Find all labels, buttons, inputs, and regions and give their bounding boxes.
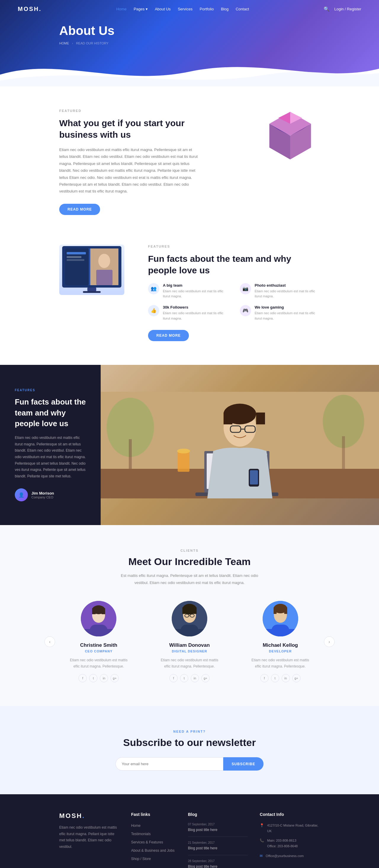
svg-rect-35 (250, 470, 258, 485)
social-in-2[interactable]: in (191, 674, 199, 682)
author-details: Jim Morison Company CEO (31, 491, 54, 499)
nav-services[interactable]: Services (178, 7, 192, 11)
footer-link-home[interactable]: Home (131, 824, 140, 828)
newsletter-email-input[interactable] (116, 757, 223, 771)
footer: MOSH. Etiam nec odio vestibulum est matt… (0, 794, 379, 868)
svg-rect-52 (182, 608, 186, 614)
author-avatar: 👤 (15, 488, 28, 501)
polygon-shape (263, 109, 317, 162)
social-in-1[interactable]: in (100, 674, 108, 682)
svg-rect-43 (81, 629, 116, 637)
feature-tag-2: FEATURES (148, 245, 320, 248)
footer-links-col: Fast links Home Testimonials Services & … (131, 812, 176, 868)
team-bio-3: Etiam nec odio vestibulum est mattis efl… (251, 657, 310, 669)
feature-title-2: Fun facts about the team and why people … (148, 253, 320, 276)
team-name-1: Christine Smith (59, 642, 138, 648)
newsletter-subscribe-button[interactable]: SUBSCRIBE (223, 757, 263, 771)
footer-contact-address: 📍 4127/10-C Mislane Road, Gibraltar, UK (260, 823, 320, 834)
login-link[interactable]: Login / Register (334, 7, 361, 11)
nav-portfolio[interactable]: Portfolio (199, 7, 214, 11)
followers-icon-text: 30k Followers Etiam nec odio vestibulum … (163, 305, 228, 321)
read-more-button-2[interactable]: READ MORE (148, 330, 189, 341)
footer-blog-title-2[interactable]: Blog post title here (188, 845, 248, 851)
footer-about-text: Etiam nec odio vestibulum est mattis efl… (59, 825, 119, 850)
social-in-3[interactable]: in (282, 674, 290, 682)
team-role-2: DIGITAL DESIGNER (150, 649, 229, 653)
feature-visual-monitor (59, 245, 130, 295)
section-fun-facts-1: FEATURES Fun facts about the team and wh… (0, 233, 379, 365)
read-more-button-1[interactable]: READ MORE (59, 204, 100, 215)
team-bio-1: Etiam nec odio vestibulum est mattis efl… (69, 657, 128, 669)
svg-point-16 (98, 254, 110, 268)
footer-links-list: Home Testimonials Services & Features Ab… (131, 823, 176, 861)
feature-icon-gaming: 🎮 We love gaming Etiam nec odio vestibul… (240, 305, 320, 321)
newsletter-tag: NEED A PRINT? (59, 730, 320, 733)
footer-links-title: Fast links (131, 812, 176, 817)
svg-rect-53 (193, 608, 197, 614)
nav-home[interactable]: Home (116, 7, 127, 11)
team-section-title: Meet Our Incredible Team (59, 556, 320, 567)
person-photo (101, 365, 379, 525)
footer-contact-title: Contact Info (260, 812, 320, 817)
social-gp-3[interactable]: g+ (292, 674, 301, 682)
footer-blog-title: Blog (188, 812, 248, 817)
social-tw-2[interactable]: t (180, 674, 188, 682)
team-icon: 👥 (148, 283, 159, 294)
photo-icon-title: Photo enthuziast (255, 283, 320, 287)
author-name: Jim Morison (31, 491, 54, 495)
logo[interactable]: MOSH. (18, 6, 42, 12)
carousel-prev-button[interactable]: ‹ (44, 637, 55, 647)
footer-email-text: Office@yourbusiness.com (265, 853, 304, 859)
social-fb-3[interactable]: f (260, 674, 269, 682)
footer-grid: MOSH. Etiam nec odio vestibulum est matt… (59, 812, 320, 868)
team-social-1: f t in g+ (59, 674, 138, 682)
svg-rect-46 (101, 608, 105, 614)
social-fb-1[interactable]: f (78, 674, 87, 682)
dark-feature-tag: FEATURES (15, 389, 86, 392)
svg-rect-60 (263, 629, 298, 637)
footer-link-services[interactable]: Services & Features (131, 840, 163, 844)
team-section-subtitle: Est mattis eflic iturut magna. Pellentes… (116, 572, 263, 586)
nav-about[interactable]: About Us (155, 7, 170, 11)
footer-link-shop[interactable]: Shop / Store (131, 857, 151, 861)
followers-icon: 👍 (148, 305, 159, 316)
feature-icons-grid: 👥 A big team Etiam nec odio vestibulum e… (148, 283, 320, 321)
svg-rect-13 (67, 256, 82, 258)
followers-icon-title: 30k Followers (163, 305, 228, 309)
team-avatar-2 (172, 601, 207, 637)
social-tw-1[interactable]: t (89, 674, 97, 682)
nav-contact[interactable]: Contact (236, 7, 249, 11)
team-avatar-1 (81, 601, 116, 637)
phone-icon: 📞 (260, 838, 264, 842)
footer-link-about[interactable]: About & Business and Jobs (131, 848, 175, 852)
footer-blog-post-1: 07 September, 2017 Blog post title here (188, 823, 248, 837)
team-role-1: CEO COMPANY (59, 649, 138, 653)
svg-rect-39 (342, 436, 345, 469)
footer-logo[interactable]: MOSH. (59, 812, 119, 820)
svg-rect-17 (96, 270, 113, 285)
author-info: 👤 Jim Morison Company CEO (15, 488, 86, 501)
carousel-next-button[interactable]: › (324, 637, 335, 647)
social-gp-2[interactable]: g+ (201, 674, 210, 682)
svg-rect-12 (67, 252, 86, 254)
nav-links: Home Pages ▾ About Us Services Portfolio… (116, 7, 249, 11)
footer-blog-title-1[interactable]: Blog post title here (188, 827, 248, 833)
newsletter-title: Subscribe to our newsletter (59, 737, 320, 748)
photo-icon-text: Photo enthuziast Etiam nec odio vestibul… (255, 283, 320, 299)
nav-blog[interactable]: Blog (221, 7, 229, 11)
svg-rect-63 (284, 608, 287, 614)
svg-point-23 (177, 449, 190, 454)
gaming-icon-text: We love gaming Etiam nec odio vestibulum… (255, 305, 320, 321)
search-icon[interactable]: 🔍 (324, 6, 329, 12)
page-title: About Us (59, 24, 320, 38)
social-tw-3[interactable]: t (271, 674, 279, 682)
social-gp-1[interactable]: g+ (110, 674, 119, 682)
social-fb-2[interactable]: f (169, 674, 178, 682)
footer-address-text: 4127/10-C Mislane Road, Gibraltar, UK (267, 823, 320, 834)
nav-pages[interactable]: Pages ▾ (133, 7, 148, 11)
avatar-image-3 (263, 601, 298, 637)
footer-link-testimonials[interactable]: Testimonials (131, 832, 151, 836)
feature-tag-1: FEATURED (59, 109, 201, 113)
breadcrumb-home[interactable]: HOME (59, 41, 69, 45)
footer-blog-title-3[interactable]: Blog post title here (188, 864, 248, 868)
